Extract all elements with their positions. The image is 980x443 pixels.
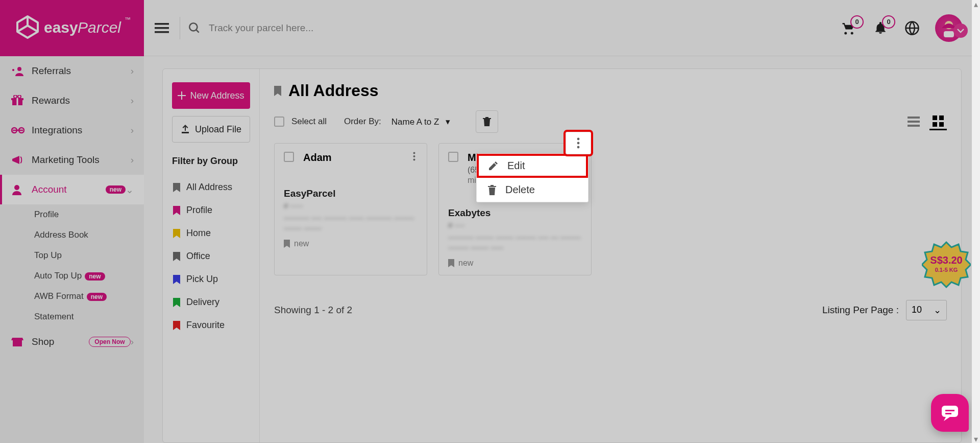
sidebar-item-referrals[interactable]: Referrals › <box>0 56 144 86</box>
svg-rect-3 <box>155 23 169 25</box>
scroll-up-arrow-icon[interactable]: ▴ <box>972 0 980 8</box>
menu-item-edit[interactable]: Edit <box>477 154 588 178</box>
group-item-home[interactable]: Home <box>172 222 250 245</box>
bell-badge: 0 <box>882 15 895 29</box>
group-label: Favourite <box>186 320 225 331</box>
content-panel: New Address Upload File Filter by Group … <box>162 68 962 443</box>
scroll-down-arrow-icon[interactable]: ▾ <box>972 435 980 443</box>
list-view-button[interactable] <box>905 113 922 130</box>
chevron-right-icon: › <box>131 125 134 136</box>
megaphone-icon <box>11 155 32 165</box>
group-item-profile[interactable]: Profile <box>172 199 250 222</box>
group-label: Home <box>186 228 211 239</box>
group-label: Profile <box>186 205 212 216</box>
group-label: All Address <box>186 182 232 193</box>
select-all-checkbox[interactable] <box>274 116 284 127</box>
select-all-label: Select all <box>291 116 327 127</box>
window-scrollbar[interactable]: ▴ ▾ <box>972 0 980 443</box>
chevron-down-icon[interactable] <box>953 24 968 38</box>
bookmark-icon <box>173 252 180 261</box>
card-more-button[interactable] <box>406 149 422 164</box>
svg-point-19 <box>14 185 19 190</box>
svg-rect-5 <box>155 31 169 33</box>
chevron-right-icon: › <box>131 65 134 77</box>
sidebar-sub-addressbook[interactable]: Address Book <box>0 225 144 245</box>
grid-view-button[interactable] <box>929 113 947 130</box>
search-input[interactable] <box>209 22 840 34</box>
dropdown-arrow-icon: ⌄ <box>934 305 941 316</box>
sidebar-sub-autotopup[interactable]: Auto Top Upnew <box>0 266 144 286</box>
group-item-all-address[interactable]: All Address <box>172 176 250 199</box>
button-label: New Address <box>190 90 244 101</box>
sidebar-item-marketing[interactable]: Marketing Tools › <box>0 145 144 175</box>
sidebar-item-rewards[interactable]: Rewards › <box>0 86 144 115</box>
group-item-office[interactable]: Office <box>172 245 250 268</box>
order-by-select[interactable]: Name A to Z ▾ <box>386 113 463 130</box>
svg-point-34 <box>577 138 580 141</box>
list-icon <box>908 116 920 127</box>
promo-badge[interactable]: S$3.20 0.1-5 KG <box>922 240 971 289</box>
cart-icon[interactable]: 0 <box>840 19 857 37</box>
new-badge: new <box>85 272 105 281</box>
sidebar-sub-topup[interactable]: Top Up <box>0 245 144 266</box>
group-item-pick-up[interactable]: Pick Up <box>172 268 250 291</box>
svg-point-35 <box>577 142 580 145</box>
page-body: New Address Upload File Filter by Group … <box>144 56 980 443</box>
bookmark-icon <box>448 259 454 267</box>
card-checkbox[interactable] <box>284 152 294 162</box>
referrals-icon <box>11 66 32 76</box>
card-more-button-highlighted[interactable] <box>566 132 591 154</box>
svg-text:0.1-5 KG: 0.1-5 KG <box>935 267 958 273</box>
sidebar-item-integrations[interactable]: Integrations › <box>0 115 144 145</box>
search-icon[interactable] <box>180 21 209 35</box>
trash-icon <box>483 117 491 126</box>
listing-per-page-select[interactable]: 10 ⌄ <box>906 300 947 320</box>
card-ref: # ---- <box>448 221 582 229</box>
group-item-delivery[interactable]: Delivery <box>172 291 250 314</box>
sidebar-item-label: Integrations <box>32 125 131 136</box>
upload-file-button[interactable]: Upload File <box>172 116 250 143</box>
card-tag: new <box>284 239 418 248</box>
sidebar-sub-statement[interactable]: Statement <box>0 307 144 327</box>
svg-point-6 <box>189 23 197 31</box>
new-badge: new <box>87 293 107 301</box>
page-title: All Address <box>288 81 379 100</box>
toolbar: Select all Order By: Name A to Z ▾ <box>274 110 947 133</box>
menu-item-delete[interactable]: Delete <box>477 178 588 202</box>
gift-icon <box>11 95 32 106</box>
globe-icon[interactable] <box>903 19 921 37</box>
menu-toggle-icon[interactable] <box>144 23 180 33</box>
svg-text:S$3.20: S$3.20 <box>930 254 962 266</box>
svg-rect-24 <box>933 115 937 120</box>
sidebar-sub-awb[interactable]: AWB Formatnew <box>0 286 144 307</box>
svg-rect-41 <box>945 410 954 411</box>
group-item-favourite[interactable]: Favourite <box>172 314 250 337</box>
open-now-badge: Open Now <box>89 337 130 347</box>
group-label: Delivery <box>186 297 219 308</box>
filter-group-heading: Filter by Group <box>172 156 250 167</box>
svg-point-11 <box>17 67 21 71</box>
showing-text: Showing 1 - 2 of 2 <box>274 305 352 316</box>
card-name: Adam <box>303 152 332 164</box>
shop-icon <box>11 337 32 347</box>
order-by-value: Name A to Z <box>391 117 439 127</box>
listing-per-page-label: Listing Per Page : <box>822 305 899 316</box>
svg-rect-25 <box>939 115 944 120</box>
bell-icon[interactable]: 0 <box>872 19 889 37</box>
chevron-right-icon: › <box>131 154 134 166</box>
bulk-delete-button[interactable] <box>476 110 498 133</box>
card-ref: # ----- <box>284 201 418 210</box>
chat-button[interactable] <box>931 394 969 432</box>
sidebar-item-account[interactable]: Account new ⌄ <box>0 175 144 204</box>
card-address: ---------- ---- --------- ------ -------… <box>284 213 418 234</box>
card-checkbox[interactable] <box>448 152 458 162</box>
sidebar-item-shop[interactable]: Shop Open Now › <box>0 327 144 357</box>
user-avatar[interactable] <box>935 14 963 42</box>
logo[interactable]: easy Parcel ™ <box>0 0 144 56</box>
bookmark-icon <box>274 85 281 97</box>
order-by-label: Order By: <box>344 116 381 127</box>
chevron-right-icon: › <box>131 336 134 347</box>
link-icon <box>11 127 32 134</box>
new-address-button[interactable]: New Address <box>172 82 250 109</box>
sidebar-sub-profile[interactable]: Profile <box>0 204 144 225</box>
